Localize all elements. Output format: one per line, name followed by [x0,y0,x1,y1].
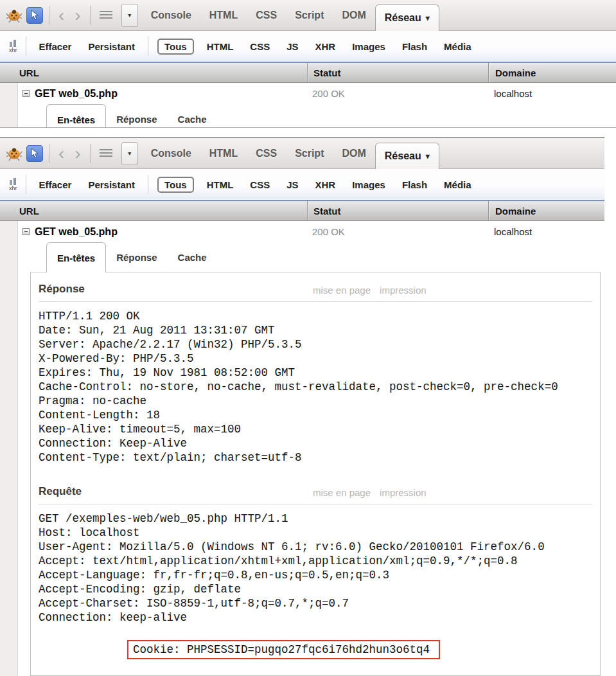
tab-network-active[interactable]: Réseau ▾ [375,143,439,169]
tab-script[interactable]: Script [286,10,333,21]
layout-link[interactable]: mise en page [313,487,371,498]
filterbar-separator [148,37,148,56]
left-gutter [0,83,18,127]
filter-js[interactable]: JS [278,179,306,190]
request-header-line: Host: localhost [39,526,592,540]
group-divider [39,504,592,504]
persist-button[interactable]: Persistant [80,41,143,52]
layout-link[interactable]: mise en page [313,285,371,296]
panel-list-icon[interactable] [100,149,112,158]
tab-network-label: Réseau [385,12,421,24]
tab-script[interactable]: Script [286,148,333,159]
clear-button[interactable]: Effacer [31,179,80,190]
filter-css[interactable]: CSS [242,41,278,52]
request-header-line: Accept-Encoding: gzip, deflate [39,582,592,596]
filter-media[interactable]: Média [436,179,480,190]
toolbar-separator [90,144,91,163]
request-status: 200 OK [306,226,488,237]
filter-images[interactable]: Images [344,41,394,52]
request-headers-text: GET /exemples-web/web_05.php HTTP/1.1 Ho… [39,511,592,676]
filter-images[interactable]: Images [344,179,394,190]
tab-dom[interactable]: DOM [333,148,374,159]
forward-icon[interactable]: › [69,146,85,161]
headers-detail-panel: Réponse mise en page impression HTTP/1.1… [30,272,601,676]
filter-all-active[interactable]: Tous [157,177,194,193]
network-table-header: URL Statut Domaine [0,63,616,83]
forward-icon[interactable]: › [69,8,85,23]
collapse-row-icon[interactable] [22,228,30,235]
column-header-url[interactable]: URL [0,63,307,82]
column-header-status[interactable]: Statut [307,63,488,82]
detail-tab-response[interactable]: Réponse [106,242,167,272]
filter-all-active[interactable]: Tous [157,39,194,55]
tab-css[interactable]: CSS [247,148,286,159]
request-domain: localhost [488,88,616,99]
tab-console[interactable]: Console [142,10,200,21]
response-header-line: X-Powered-By: PHP/5.3.5 [39,351,592,366]
tab-network-active[interactable]: Réseau ▾ [375,4,439,31]
filter-html[interactable]: HTML [198,41,242,52]
column-header-domain[interactable]: Domaine [488,201,604,220]
collapse-row-icon[interactable] [22,90,30,97]
filter-xhr[interactable]: XHR [307,41,344,52]
request-status: 200 OK [306,88,488,99]
xhr-breakpoints-icon[interactable]: xhr [9,40,17,53]
network-request-row[interactable]: GET web_05.php 200 OK localhost [18,221,604,242]
filter-flash[interactable]: Flash [394,179,436,190]
print-link[interactable]: impression [380,487,427,498]
firebug-logo-icon[interactable] [6,8,22,23]
xhr-icon-label: xhr [9,48,17,53]
xhr-icon-label: xhr [9,186,17,191]
persist-button[interactable]: Persistant [80,179,143,190]
back-icon[interactable]: ‹ [53,146,69,161]
tab-console[interactable]: Console [142,148,200,159]
detail-tab-strip: En-têtes Réponse Cache [18,242,604,272]
tab-html[interactable]: HTML [200,10,247,21]
column-header-status[interactable]: Statut [307,201,488,220]
filter-media[interactable]: Média [436,41,480,52]
detail-tab-cache[interactable]: Cache [168,242,217,272]
panel-list-icon[interactable] [100,11,112,20]
column-header-url[interactable]: URL [0,201,307,220]
column-header-domain[interactable]: Domaine [488,63,616,82]
print-link[interactable]: impression [380,285,427,296]
xhr-breakpoints-icon[interactable]: xhr [9,178,17,191]
firebug-screenshot-bottom-full: ‹ › ▾ Console HTML CSS Script DOM Réseau… [0,137,604,676]
network-filter-toolbar: xhr Effacer Persistant Tous HTML CSS JS … [0,31,616,63]
xhr-bars-glyph [10,178,16,185]
tab-css[interactable]: CSS [247,10,286,21]
firebug-main-toolbar: ‹ › ▾ Console HTML CSS Script DOM Réseau… [0,138,604,169]
firebug-logo-icon[interactable] [6,146,22,161]
options-dropdown-button[interactable]: ▾ [121,142,138,165]
tab-html[interactable]: HTML [200,148,247,159]
detail-tab-headers[interactable]: En-têtes [46,104,106,127]
detail-tab-response[interactable]: Réponse [106,104,167,127]
network-request-row[interactable]: GET web_05.php 200 OK localhost [18,83,616,104]
detail-tab-strip: En-têtes Réponse Cache [18,104,616,127]
network-table-header: URL Statut Domaine [0,201,604,221]
inspect-element-icon[interactable] [26,145,43,162]
detail-tab-cache[interactable]: Cache [168,104,217,127]
toolbar-separator [49,144,49,163]
filter-html[interactable]: HTML [198,179,242,190]
firebug-panel: ‹ › ▾ Console HTML CSS Script DOM Réseau… [0,138,604,676]
firebug-main-toolbar: ‹ › ▾ Console HTML CSS Script DOM Réseau… [0,0,616,31]
options-dropdown-button[interactable]: ▾ [121,4,138,27]
filter-js[interactable]: JS [278,41,306,52]
filter-css[interactable]: CSS [242,179,278,190]
response-header-line: Server: Apache/2.2.17 (Win32) PHP/5.3.5 [39,337,592,351]
request-method-url: GET web_05.php [35,88,118,100]
tab-dom[interactable]: DOM [333,10,374,21]
back-icon[interactable]: ‹ [53,8,69,23]
response-header-line: Pragma: no-cache [39,394,592,408]
filter-flash[interactable]: Flash [394,41,436,52]
network-content-area: GET web_05.php 200 OK localhost En-têtes… [0,221,604,676]
detail-tab-headers[interactable]: En-têtes [46,242,106,272]
filterbar-separator [148,175,148,194]
request-header-line: Accept-Charset: ISO-8859-1,utf-8;q=0.7,*… [39,596,592,610]
request-header-line: Accept-Language: fr,fr-fr;q=0.8,en-us;q=… [39,568,592,582]
response-group-header: Réponse mise en page impression [39,283,592,298]
clear-button[interactable]: Effacer [31,41,80,52]
inspect-element-icon[interactable] [26,7,43,24]
filter-xhr[interactable]: XHR [307,179,344,190]
